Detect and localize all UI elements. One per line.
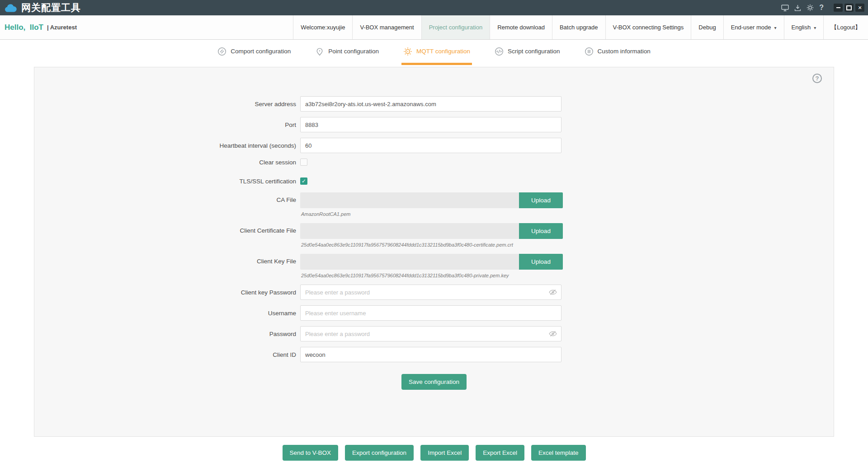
form-row-clear-session: Clear session xyxy=(34,159,834,166)
config-subnav: Comport configuration Point configuratio… xyxy=(0,40,868,65)
client-cert-file-name: 25d0e54aa0ec863e9c110917fa9567579608244f… xyxy=(301,242,563,248)
ca-file-upload-button[interactable]: Upload xyxy=(519,192,563,208)
mqtt-form: Server address Port Heartbeat interval (… xyxy=(34,67,834,390)
tab-point-configuration[interactable]: Point configuration xyxy=(313,40,381,65)
greeting-text: Hello, IIoT xyxy=(5,23,43,32)
eye-slash-icon[interactable] xyxy=(549,289,557,295)
app-title: 网关配置工具 xyxy=(21,1,81,14)
excel-template-button[interactable]: Excel template xyxy=(531,445,586,461)
script-code-icon xyxy=(495,47,504,56)
form-row-tls-ssl: TLS/SSL certification xyxy=(34,177,834,185)
minimize-button[interactable] xyxy=(834,4,843,12)
client-id-label: Client ID xyxy=(34,351,300,358)
ca-file-input xyxy=(300,192,519,208)
tab-label: Comport configuration xyxy=(231,48,291,55)
tab-label: MQTT configuration xyxy=(416,48,470,55)
form-row-username: Username xyxy=(34,305,834,321)
heartbeat-label: Heartbeat interval (seconds) xyxy=(34,142,300,149)
help-icon[interactable]: ? xyxy=(819,4,824,11)
client-cert-upload-button[interactable]: Upload xyxy=(519,223,563,239)
form-row-server-address: Server address xyxy=(34,96,834,112)
port-input[interactable] xyxy=(300,117,561,132)
map-pin-icon xyxy=(315,47,324,56)
client-key-password-label: Client key Password xyxy=(34,289,300,296)
client-key-upload-button[interactable]: Upload xyxy=(519,254,563,270)
form-row-client-key-file: Client Key File Upload 25d0e54aa0ec863e9… xyxy=(34,254,834,278)
tab-mqtt-configuration[interactable]: MQTT configuration xyxy=(401,40,472,65)
tab-comport-configuration[interactable]: Comport configuration xyxy=(216,40,292,65)
list-lines-icon xyxy=(585,47,594,56)
form-row-password: Password xyxy=(34,326,834,341)
client-key-file-label: Client Key File xyxy=(34,258,300,265)
nav-tab-project-configuration[interactable]: Project configuration xyxy=(421,15,490,39)
close-button[interactable] xyxy=(855,4,864,12)
eye-slash-icon[interactable] xyxy=(549,331,557,337)
export-excel-button[interactable]: Export Excel xyxy=(476,445,524,461)
username-input[interactable] xyxy=(300,305,561,321)
nav-tab-welcome[interactable]: Welcome:xuyujie xyxy=(293,15,352,39)
clear-session-label: Clear session xyxy=(34,159,300,166)
nav-tab-vbox-connecting-settings[interactable]: V-BOX connecting Settings xyxy=(605,15,691,39)
cloud-logo-icon xyxy=(5,4,17,12)
tab-custom-information[interactable]: Custom information xyxy=(583,40,652,65)
client-cert-file-label: Client Certificate File xyxy=(34,227,300,234)
monitor-icon[interactable] xyxy=(781,5,789,11)
export-configuration-button[interactable]: Export configuration xyxy=(345,445,414,461)
nav-tab-batch-upgrade[interactable]: Batch upgrade xyxy=(552,15,605,39)
form-row-client-id: Client ID xyxy=(34,347,834,362)
nav-tab-language[interactable]: English xyxy=(784,15,824,39)
password-label: Password xyxy=(34,331,300,337)
heartbeat-input[interactable] xyxy=(300,138,561,153)
project-name: | Azuretest xyxy=(47,24,77,31)
form-row-client-key-password: Client key Password xyxy=(34,285,834,300)
panel-help-icon[interactable]: ? xyxy=(812,74,822,83)
form-row-ca-file: CA File Upload AmazonRootCA1.pem xyxy=(34,192,834,217)
tls-ssl-label: TLS/SSL certification xyxy=(34,178,300,185)
port-label: Port xyxy=(34,121,300,128)
form-row-client-cert-file: Client Certificate File Upload 25d0e54aa… xyxy=(34,223,834,248)
import-excel-button[interactable]: Import Excel xyxy=(420,445,469,461)
comport-icon xyxy=(217,47,226,56)
mqtt-config-panel: ? Server address Port Heartbeat interval… xyxy=(34,67,834,437)
client-key-file-input xyxy=(300,254,519,270)
client-cert-file-input xyxy=(300,223,519,239)
nav-tab-remote-download[interactable]: Remote download xyxy=(490,15,552,39)
save-configuration-button[interactable]: Save configuration xyxy=(401,374,467,390)
client-key-password-input[interactable] xyxy=(300,285,561,300)
tab-script-configuration[interactable]: Script configuration xyxy=(493,40,562,65)
server-address-label: Server address xyxy=(34,101,300,107)
nav-tab-debug[interactable]: Debug xyxy=(691,15,723,39)
client-id-input[interactable] xyxy=(300,347,561,362)
tab-label: Point configuration xyxy=(328,48,379,55)
password-input[interactable] xyxy=(300,326,561,341)
send-to-vbox-button[interactable]: Send to V-BOX xyxy=(283,445,339,461)
ca-file-name: AmazonRootCA1.pem xyxy=(301,211,563,217)
form-row-heartbeat: Heartbeat interval (seconds) xyxy=(34,138,834,153)
username-label: Username xyxy=(34,310,300,317)
footer-actions: Send to V-BOX Export configuration Impor… xyxy=(0,445,868,461)
client-key-file-name: 25d0e54aa0ec863e9c110917fa9567579608244f… xyxy=(301,273,563,278)
sun-gear-icon xyxy=(403,47,412,56)
ca-file-label: CA File xyxy=(34,196,300,203)
tls-ssl-checkbox[interactable] xyxy=(300,177,307,185)
tab-label: Custom information xyxy=(598,48,651,55)
nav-tab-logout[interactable]: 【Logout】 xyxy=(823,15,868,39)
clear-session-checkbox[interactable] xyxy=(300,159,307,166)
main-nav-bar: Hello, IIoT | Azuretest Welcome:xuyujie … xyxy=(0,15,868,40)
form-row-port: Port xyxy=(34,117,834,132)
download-icon[interactable] xyxy=(794,5,801,11)
tab-label: Script configuration xyxy=(508,48,560,55)
nav-tabs: Welcome:xuyujie V-BOX management Project… xyxy=(293,15,868,39)
maximize-button[interactable] xyxy=(844,4,854,12)
titlebar: 网关配置工具 ? xyxy=(0,0,868,15)
greeting: Hello, IIoT | Azuretest xyxy=(0,15,77,39)
nav-tab-end-user-mode[interactable]: End-user mode xyxy=(723,15,784,39)
nav-tab-vbox-management[interactable]: V-BOX management xyxy=(352,15,421,39)
settings-gear-icon[interactable] xyxy=(807,4,814,11)
server-address-input[interactable] xyxy=(300,96,561,112)
